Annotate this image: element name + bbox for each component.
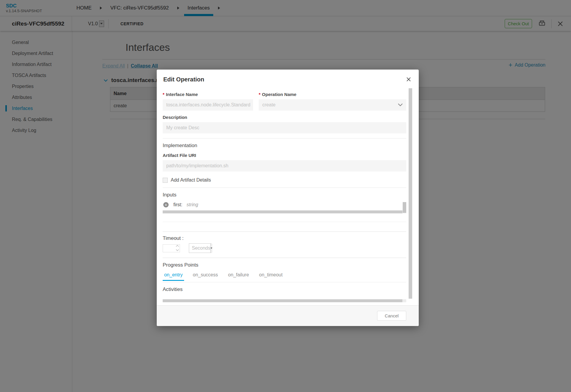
tab-on-entry[interactable]: on_entry <box>163 272 184 281</box>
artifact-file-uri-value: path/to/my/implementation.sh <box>166 163 228 169</box>
inputs-horizontal-scrollbar[interactable] <box>163 210 406 213</box>
operation-name-value: create <box>262 102 275 108</box>
inputs-vertical-scrollbar[interactable] <box>403 202 406 213</box>
cancel-button[interactable]: Cancel <box>377 311 406 321</box>
timeout-label: Timeout : <box>163 235 406 241</box>
progress-points-heading: Progress Points <box>163 262 406 268</box>
scrollbar-track <box>402 299 406 302</box>
expand-input-icon[interactable]: + <box>163 202 169 207</box>
input-param-row: + first: string <box>163 201 406 209</box>
divider <box>163 222 406 222</box>
description-label: Description <box>163 115 406 120</box>
timeout-unit-select[interactable]: Seconds <box>189 243 211 253</box>
description-value: My create Desc <box>166 125 199 130</box>
input-param-name: first: <box>173 202 182 207</box>
modal-title: Edit Operation <box>163 76 204 83</box>
interface-name-select[interactable]: tosca.interfaces.node.lifecycle.Standard <box>163 99 253 111</box>
activities-heading: Activities <box>163 286 406 292</box>
interface-name-value: tosca.interfaces.node.lifecycle.Standard <box>166 102 250 108</box>
chevron-down-icon <box>210 244 212 253</box>
divider <box>163 258 406 258</box>
tab-on-timeout[interactable]: on_timeout <box>258 272 284 281</box>
inputs-heading: Inputs <box>163 192 406 198</box>
divider <box>163 232 406 232</box>
implementation-heading: Implementation <box>163 143 406 149</box>
spinner-up-icon[interactable] <box>176 245 179 248</box>
add-artifact-details-label: Add Artifact Details <box>171 177 211 183</box>
description-input[interactable]: My create Desc <box>163 122 406 133</box>
inputs-list: + first: string <box>163 201 406 213</box>
chevron-down-icon <box>398 103 403 106</box>
modal-body: *Interface Name tosca.interfaces.node.li… <box>157 86 419 305</box>
edit-operation-modal: Edit Operation *Interface Name tosca.int… <box>157 70 419 326</box>
required-marker: * <box>163 92 164 97</box>
artifact-file-uri-label: Artifact File URI <box>163 153 406 158</box>
tab-on-failure[interactable]: on_failure <box>227 272 250 281</box>
interface-name-label: *Interface Name <box>163 92 253 97</box>
divider <box>163 138 406 138</box>
close-icon[interactable] <box>406 76 411 82</box>
progress-points-tabs: on_entry on_success on_failure on_timeou… <box>163 272 406 281</box>
input-param-type: string <box>186 202 198 207</box>
number-spinner <box>176 245 178 251</box>
timeout-number-input[interactable] <box>163 244 180 252</box>
modal-vertical-scrollbar[interactable] <box>409 88 412 299</box>
tab-on-success[interactable]: on_success <box>191 272 219 281</box>
modal-footer: Cancel <box>157 305 419 326</box>
artifact-file-uri-input[interactable]: path/to/my/implementation.sh <box>163 160 406 171</box>
spinner-down-icon[interactable] <box>176 248 179 251</box>
scrollbar-thumb[interactable] <box>163 210 402 213</box>
required-marker: * <box>259 92 261 97</box>
operation-name-label: *Operation Name <box>259 92 406 97</box>
divider <box>163 188 406 188</box>
divider <box>163 282 406 282</box>
modal-horizontal-scrollbar[interactable] <box>163 299 406 302</box>
scrollbar-thumb[interactable] <box>163 299 402 302</box>
timeout-unit-value: Seconds <box>189 244 210 253</box>
operation-name-select[interactable]: create <box>259 99 406 111</box>
add-artifact-details-checkbox[interactable] <box>163 178 168 183</box>
